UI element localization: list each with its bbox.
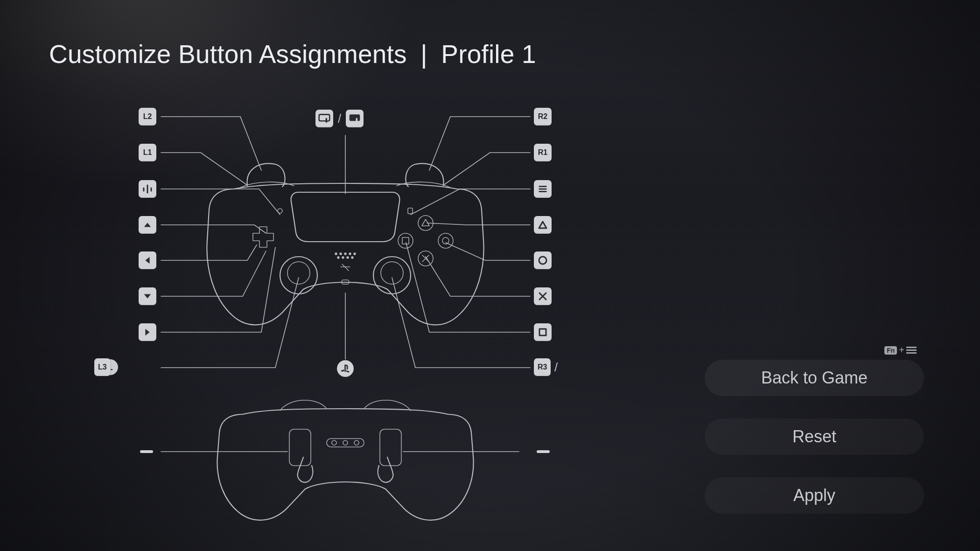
square-icon	[537, 327, 548, 338]
svg-rect-23	[380, 429, 401, 466]
slash: /	[338, 112, 341, 126]
dpad-right-tag[interactable]	[139, 323, 156, 341]
r3-label: R3	[538, 363, 547, 371]
svg-point-4	[442, 237, 449, 244]
svg-rect-30	[319, 114, 330, 121]
r1-label: R1	[538, 148, 547, 157]
apply-button[interactable]: Apply	[705, 477, 924, 514]
dpad-down-icon	[142, 291, 153, 301]
ps-button-icon	[340, 363, 350, 374]
svg-point-1	[438, 233, 453, 248]
circle-tag[interactable]	[534, 251, 552, 269]
svg-rect-24	[327, 439, 364, 447]
r2-label: R2	[538, 112, 547, 121]
touchpad-swipe-icon	[318, 113, 330, 124]
back-left-unassigned[interactable]	[140, 450, 153, 453]
action-column: Fn + Back to Game Reset Apply	[705, 360, 924, 514]
options-icon	[906, 347, 917, 354]
square-tag[interactable]	[534, 323, 552, 341]
reset-label: Reset	[792, 427, 836, 446]
controller-diagram: .ln { stroke:#b9bcc2; stroke-width:1.6; …	[0, 0, 700, 551]
l2-label: L2	[143, 112, 152, 121]
back-to-game-hint: Fn +	[884, 345, 917, 356]
svg-rect-11	[408, 208, 413, 214]
svg-point-18	[342, 257, 343, 258]
svg-point-28	[539, 257, 546, 264]
create-tag[interactable]	[139, 180, 156, 198]
svg-point-20	[351, 257, 353, 258]
r1-tag[interactable]: R1	[534, 144, 552, 161]
svg-point-25	[332, 440, 336, 445]
svg-point-19	[347, 257, 348, 258]
triangle-icon	[537, 219, 548, 230]
dpad-left-icon	[142, 255, 153, 265]
svg-rect-31	[350, 114, 360, 121]
svg-point-14	[344, 253, 346, 254]
cross-tag[interactable]	[534, 287, 552, 305]
svg-point-9	[381, 262, 403, 284]
ps-button-tag[interactable]	[337, 360, 354, 377]
fn-chip: Fn	[884, 346, 897, 355]
svg-point-12	[335, 253, 336, 254]
options-icon	[538, 184, 548, 194]
svg-rect-5	[402, 237, 409, 244]
svg-point-10	[278, 209, 282, 213]
reset-button[interactable]: Reset	[705, 418, 924, 455]
touchpad-click-tag	[346, 110, 364, 127]
dpad-up-icon	[142, 220, 153, 230]
r3-group[interactable]: R / R3	[534, 359, 558, 375]
plus-icon: +	[899, 345, 904, 356]
svg-point-7	[287, 262, 310, 284]
cross-icon	[537, 291, 548, 302]
apply-label: Apply	[793, 486, 835, 505]
svg-point-17	[337, 257, 339, 258]
dpad-down-tag[interactable]	[139, 287, 156, 305]
r3-tag: R3	[534, 358, 551, 376]
svg-point-3	[398, 233, 413, 248]
back-right-unassigned[interactable]	[537, 450, 550, 453]
back-to-game-label: Back to Game	[761, 368, 868, 388]
l1-tag[interactable]: L1	[139, 144, 156, 161]
back-to-game-button[interactable]: Fn + Back to Game	[705, 360, 924, 396]
dpad-up-tag[interactable]	[139, 216, 156, 234]
touchpad-swipe-tag	[315, 110, 333, 127]
touchpad-group[interactable]: /	[315, 110, 364, 127]
l1-label: L1	[143, 148, 152, 157]
svg-point-6	[280, 257, 317, 294]
r2-tag[interactable]: R2	[534, 108, 552, 126]
svg-point-26	[343, 440, 348, 445]
l2-tag[interactable]: L2	[139, 108, 156, 126]
svg-point-15	[349, 253, 350, 254]
triangle-tag[interactable]	[534, 216, 552, 234]
svg-point-13	[340, 253, 341, 254]
svg-rect-29	[539, 329, 546, 335]
circle-icon	[537, 255, 548, 266]
svg-rect-22	[289, 429, 311, 466]
svg-point-27	[354, 440, 359, 445]
dpad-right-icon	[142, 327, 153, 337]
slash: /	[554, 360, 558, 375]
l3-group[interactable]: L3 / L	[94, 359, 118, 375]
svg-point-16	[354, 253, 355, 254]
svg-point-8	[373, 257, 411, 294]
touchpad-click-icon	[349, 113, 361, 124]
l3-label: L3	[98, 363, 107, 371]
l3-tag: L3	[94, 358, 111, 376]
options-tag[interactable]	[534, 180, 552, 198]
dpad-left-tag[interactable]	[139, 251, 156, 269]
create-icon	[142, 183, 153, 195]
